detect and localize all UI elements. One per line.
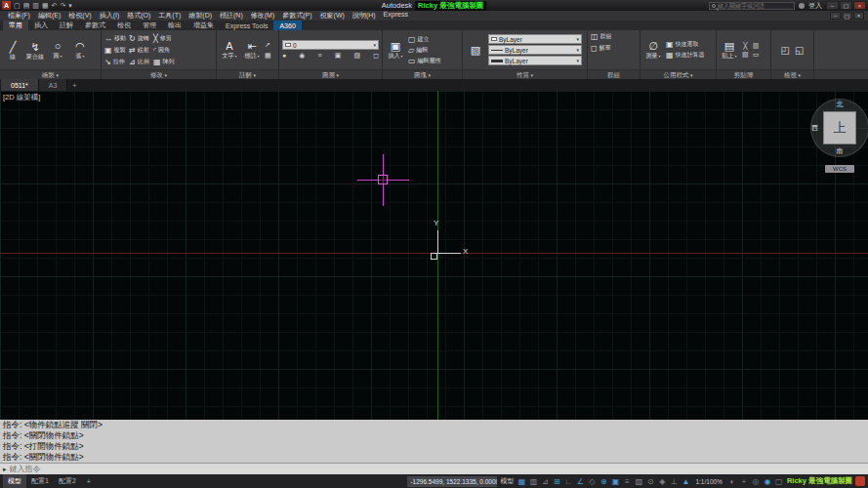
edit-block-button[interactable]: ▱編輯 [408, 45, 441, 55]
menu-item[interactable]: 標註(N) [216, 11, 247, 20]
ribbon-tab-manage[interactable]: 管理 [137, 20, 162, 30]
layer-off-icon[interactable]: ◻ [373, 52, 379, 60]
space-indicator[interactable]: 模型 [500, 476, 514, 486]
plot-icon[interactable]: ▦ [42, 2, 49, 10]
annotation-visibility-toggle[interactable]: ▲ [681, 476, 690, 487]
file-tab-0511[interactable]: 0511* [1, 79, 39, 91]
record-button[interactable] [855, 476, 865, 486]
coordinates-readout[interactable]: -1296.5499, 1522.1335, 0.0000 [407, 476, 497, 487]
fillet-button[interactable]: ◜圓角 [153, 44, 175, 56]
move-button[interactable]: ↔移動 [104, 32, 126, 44]
paste-block-icon[interactable]: ▭ [753, 51, 760, 59]
minimize-button[interactable]: – [826, 1, 839, 10]
close-button[interactable]: × [853, 1, 866, 10]
copy-button[interactable]: ▣複製 [104, 44, 126, 56]
ribbon-tab-express-tools[interactable]: Express Tools [220, 20, 273, 30]
infer-constraints-toggle[interactable]: ⊿ [540, 476, 550, 487]
polyline-button[interactable]: ↯ 聚合線 [25, 41, 45, 60]
text-button[interactable]: A 文字 [220, 40, 239, 60]
object-snap-toggle[interactable]: ▣ [610, 476, 620, 487]
panel-label-utilities[interactable]: 公用程式 [641, 69, 716, 79]
insert-block-button[interactable]: ▣ 插入 [386, 40, 405, 60]
create-block-button[interactable]: ▢建立 [408, 34, 441, 44]
object-color-combo[interactable]: ByLayer ▾ [488, 34, 582, 44]
menu-item[interactable]: 工具(T) [154, 11, 185, 20]
ribbon-tab-view[interactable]: 檢視 [111, 20, 137, 30]
layout-tab-layout2[interactable]: 配置2 [54, 474, 81, 488]
transparency-toggle[interactable]: ▨ [634, 476, 643, 487]
layout-tab-layout1[interactable]: 配置1 [26, 474, 54, 488]
scale-button[interactable]: ⊿比例 [129, 56, 150, 67]
workspace-switching-toggle[interactable]: ◐ [727, 476, 737, 487]
isolate-objects-toggle[interactable]: ◎ [751, 476, 761, 487]
dimension-button[interactable]: ⇤ 標註 [242, 40, 262, 60]
infocenter-search[interactable] [709, 2, 795, 10]
table-icon[interactable]: ▦ [265, 52, 271, 60]
menu-item[interactable]: 視窗(W) [316, 11, 349, 20]
edit-attributes-button[interactable]: ▭編輯屬性 [408, 56, 441, 65]
annotation-monitor-toggle[interactable]: + [739, 476, 749, 487]
open-file-icon[interactable]: ▤ [23, 2, 30, 10]
save-icon[interactable]: ▥ [32, 2, 39, 10]
new-drawing-tab-button[interactable]: + [67, 79, 81, 91]
circle-button[interactable]: ○ 圓 [48, 40, 67, 60]
dynamic-ucs-toggle[interactable]: ⊥ [669, 476, 679, 487]
3d-object-snap-toggle[interactable]: ◈ [657, 476, 667, 487]
new-layout-button[interactable]: + [84, 478, 94, 485]
hardware-acceleration-toggle[interactable]: ◉ [763, 476, 772, 487]
polar-tracking-toggle[interactable]: ∠ [575, 476, 585, 487]
viewcube-south-label[interactable]: 南 [837, 146, 844, 156]
menu-item[interactable]: 檔案(F) [4, 11, 34, 20]
linetype-combo[interactable]: ByLayer ▾ [488, 45, 582, 55]
ungroup-button[interactable]: ◻解羣 [591, 43, 611, 53]
search-input[interactable] [718, 3, 792, 9]
ribbon-tab-addins[interactable]: 增益集 [187, 20, 220, 30]
viewcube-toggle[interactable]: ◱ [795, 45, 804, 56]
match-properties-button[interactable]: ▧ [466, 44, 485, 56]
ribbon-tab-output[interactable]: 輸出 [162, 20, 187, 30]
layer-freeze-icon[interactable]: ◉ [299, 52, 305, 60]
menu-item[interactable]: 插入(I) [96, 11, 124, 20]
wcs-dropdown[interactable]: WCS [825, 165, 854, 173]
menu-item[interactable]: 檢視(V) [64, 11, 95, 20]
drawing-canvas[interactable]: [2D 線架構] X Y 北 西 南 上 WCS [0, 91, 868, 420]
menu-item[interactable]: 繪製(D) [185, 11, 216, 20]
layer-isolate-icon[interactable]: ▨ [353, 52, 360, 60]
viewcube-top-face[interactable]: 上 [823, 111, 856, 144]
dynamic-input-toggle[interactable]: ⊞ [552, 476, 561, 487]
copy-clip-icon[interactable]: ▥ [753, 42, 760, 50]
panel-label-groups[interactable]: 群組 [588, 69, 640, 79]
viewcube[interactable]: 北 西 南 上 [810, 99, 868, 157]
viewcube-west-label[interactable]: 西 [811, 123, 818, 133]
grid-toggle[interactable]: ▦ [517, 476, 526, 487]
ribbon-tab-home[interactable]: 常用 [3, 20, 28, 30]
undo-icon[interactable]: ↶ [52, 2, 58, 10]
line-button[interactable]: ╱ 線 [3, 41, 22, 60]
object-snap-tracking-toggle[interactable]: ⊕ [599, 476, 608, 487]
ortho-toggle[interactable]: ∟ [563, 476, 573, 487]
array-button[interactable]: ▦陣列 [153, 56, 175, 67]
signin-button[interactable]: 登入 [808, 1, 822, 11]
command-input[interactable] [10, 465, 868, 473]
menu-item[interactable]: 修改(M) [247, 11, 279, 20]
panel-label-layers[interactable]: 圖層 [279, 69, 382, 79]
group-button[interactable]: ◫群組 [591, 31, 612, 41]
stretch-button[interactable]: ↘拉伸 [104, 56, 126, 67]
measure-button[interactable]: ∅ 測量 [643, 40, 663, 60]
quick-select-button[interactable]: ▣快速選取 [666, 40, 705, 50]
leader-icon[interactable]: ↗ [265, 41, 271, 49]
doc-minimize-button[interactable]: – [830, 12, 841, 20]
panel-label-draw[interactable]: 繪製 [0, 69, 101, 79]
app-menu-button[interactable]: A [2, 1, 11, 10]
panel-label-annotation[interactable]: 註解 [217, 69, 278, 79]
paste-button[interactable]: ▤ 貼上 [720, 40, 739, 60]
selection-cycling-toggle[interactable]: ⊙ [645, 476, 655, 487]
isometric-drafting-toggle[interactable]: ◇ [587, 476, 597, 487]
ribbon-tab-annotate[interactable]: 註解 [54, 20, 79, 30]
layer-lock-icon[interactable]: ▣ [335, 52, 342, 60]
viewport-controls[interactable]: [2D 線架構] [3, 93, 40, 102]
maximize-button[interactable]: ▢ [840, 1, 852, 10]
panel-label-view[interactable]: 檢視 [771, 69, 813, 79]
doc-restore-button[interactable]: ▢ [842, 12, 852, 20]
file-tab-a3[interactable]: A3 [39, 79, 68, 91]
